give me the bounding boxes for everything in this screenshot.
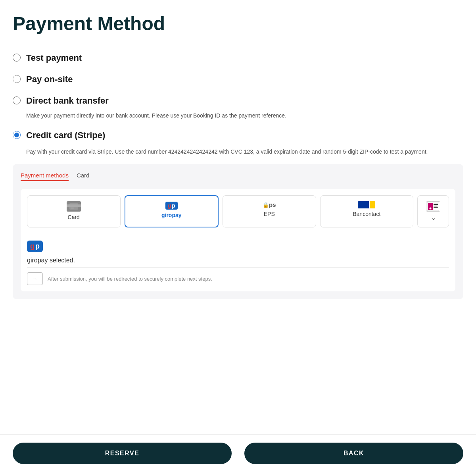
eps-icon: 🔒ps (263, 201, 276, 208)
payment-option-onsite[interactable]: Pay on-site (13, 69, 463, 90)
redirect-icon (27, 272, 43, 285)
payment-methods-grid: Card gp giropay 🔒ps EPS (21, 189, 455, 291)
payment-option-bank[interactable]: Direct bank transfer (13, 90, 463, 112)
method-card-bancontact[interactable]: Bancontact (320, 195, 414, 227)
selected-payment-text: giropay selected. (27, 257, 449, 264)
radio-onsite[interactable] (13, 75, 21, 83)
payment-option-stripe[interactable]: Credit card (Stripe) (13, 125, 463, 146)
payment-options: Test payment Pay on-site Direct bank tra… (13, 47, 463, 312)
redirect-info: After submission, you will be redirected… (27, 267, 449, 285)
method-card-card[interactable]: Card (27, 195, 121, 227)
payment-option-test[interactable]: Test payment (13, 47, 463, 69)
tab-payment-methods[interactable]: Payment methods (21, 172, 69, 181)
svg-rect-7 (434, 206, 438, 206)
svg-rect-1 (69, 205, 78, 207)
method-label-card: Card (68, 214, 80, 220)
label-stripe: Credit card (Stripe) (26, 130, 105, 141)
giropay-large-icon: gp (27, 241, 43, 252)
tab-card[interactable]: Card (77, 172, 90, 181)
bancontact-icon (358, 201, 375, 208)
redirect-message: After submission, you will be redirected… (48, 276, 212, 282)
label-test: Test payment (26, 53, 82, 63)
stripe-description: Pay with your credit card via Stripe. Us… (26, 148, 463, 156)
stripe-tabs: Payment methods Card (21, 172, 455, 181)
svg-point-5 (430, 208, 432, 210)
radio-bank[interactable] (13, 96, 21, 104)
label-onsite: Pay on-site (26, 74, 73, 85)
svg-rect-8 (434, 207, 438, 208)
giropay-small-icon: gp (165, 202, 178, 210)
selected-payment-header: gp (27, 241, 449, 252)
radio-stripe[interactable] (13, 131, 21, 139)
selected-payment-info: gp giropay selected. After submission, y… (27, 234, 449, 285)
radio-test[interactable] (13, 54, 21, 62)
svg-rect-2 (71, 208, 74, 208)
stripe-widget: Payment methods Card Card (13, 164, 463, 299)
method-label-eps: EPS (264, 211, 275, 217)
label-bank: Direct bank transfer (26, 96, 109, 106)
chevron-down-icon: ⌄ (431, 214, 436, 222)
methods-row: Card gp giropay 🔒ps EPS (27, 195, 449, 227)
method-card-more[interactable]: ⌄ (417, 195, 449, 227)
method-card-eps[interactable]: 🔒ps EPS (223, 195, 316, 227)
method-label-bancontact: Bancontact (353, 211, 380, 217)
bank-transfer-description: Make your payment directly into our bank… (26, 112, 463, 120)
method-label-giropay: giropay (161, 212, 182, 218)
card-icon (67, 201, 81, 212)
ideal-icon (426, 201, 440, 212)
svg-rect-0 (69, 203, 78, 210)
svg-rect-6 (434, 204, 438, 205)
page-title: Payment Method (13, 13, 463, 35)
method-card-giropay[interactable]: gp giropay (125, 195, 219, 227)
